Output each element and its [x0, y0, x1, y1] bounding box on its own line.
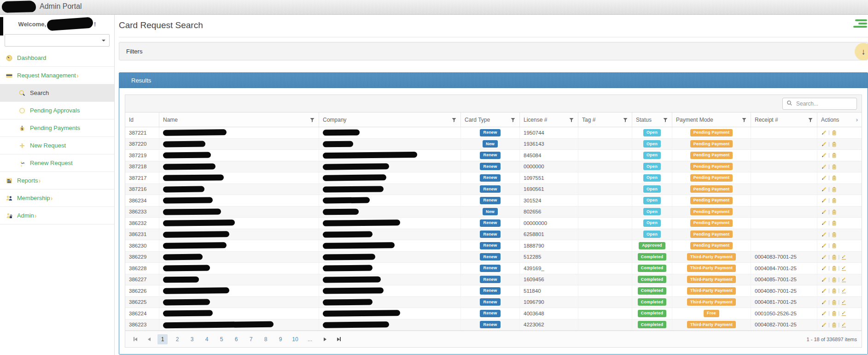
cell-tag	[578, 184, 632, 195]
filter-icon[interactable]	[569, 117, 574, 123]
menu-toggle-icon[interactable]	[853, 19, 867, 29]
sidebar-item-dashboard[interactable]: Dashboard	[0, 49, 114, 67]
edit-icon[interactable]	[821, 310, 827, 316]
column-header-status[interactable]: Status	[632, 112, 672, 127]
page-button-1[interactable]: 1	[157, 334, 168, 344]
edit-icon[interactable]	[821, 231, 827, 237]
column-header-company[interactable]: Company	[319, 112, 461, 127]
page-button-4[interactable]: 4	[202, 334, 212, 344]
edit-icon[interactable]	[821, 277, 827, 283]
delete-icon[interactable]	[831, 265, 837, 271]
sidebar-item-label: Membership	[17, 195, 50, 201]
next-page-button[interactable]	[320, 334, 331, 344]
page-button-3[interactable]: 3	[187, 334, 197, 344]
edit-icon[interactable]	[821, 130, 827, 136]
page-button-6[interactable]: 6	[231, 334, 241, 344]
delete-icon[interactable]	[831, 186, 837, 192]
edit-icon[interactable]	[821, 322, 827, 328]
sign-icon[interactable]	[841, 265, 847, 271]
sign-icon[interactable]	[841, 288, 847, 294]
column-header-name[interactable]: Name	[159, 112, 319, 127]
delete-icon[interactable]	[831, 288, 837, 294]
sidebar-item-request-management[interactable]: Request Management›	[0, 67, 114, 84]
delete-icon[interactable]	[831, 141, 837, 147]
card-type-badge: Renew	[480, 163, 500, 170]
delete-icon[interactable]	[831, 164, 837, 170]
cell-tag	[578, 195, 632, 206]
edit-icon[interactable]	[821, 243, 827, 248]
filter-icon[interactable]	[451, 117, 457, 123]
cell-card-type: Renew	[461, 320, 520, 331]
sidebar-item-pending-approvals[interactable]: Pending Approvals	[0, 102, 114, 119]
delete-icon[interactable]	[831, 322, 837, 328]
delete-icon[interactable]	[831, 175, 837, 181]
sign-icon[interactable]	[841, 277, 847, 283]
edit-icon[interactable]	[821, 186, 827, 192]
page-button-7[interactable]: 7	[246, 334, 256, 344]
column-header-id[interactable]: Id	[125, 112, 159, 127]
sidebar-dropdown[interactable]	[5, 34, 110, 47]
sidebar-item-membership[interactable]: Membership›	[0, 189, 114, 207]
delete-icon[interactable]	[831, 277, 837, 283]
edit-icon[interactable]	[821, 141, 827, 147]
filter-icon[interactable]	[808, 117, 813, 123]
page-ellipsis[interactable]: ...	[305, 334, 315, 344]
delete-icon[interactable]	[831, 152, 837, 158]
edit-icon[interactable]	[821, 288, 827, 294]
edit-icon[interactable]	[821, 152, 827, 158]
cell-company	[319, 172, 461, 183]
column-header-actions[interactable]: Actions›	[817, 112, 862, 127]
filter-icon[interactable]	[623, 117, 628, 123]
delete-icon[interactable]	[831, 243, 837, 248]
card-type-badge: Renew	[480, 287, 500, 295]
column-header-payment[interactable]: Payment Mode	[672, 112, 751, 127]
edit-icon[interactable]	[821, 265, 827, 271]
sign-icon[interactable]	[841, 299, 847, 305]
previous-page-button[interactable]	[144, 334, 155, 344]
delete-icon[interactable]	[831, 254, 837, 260]
sidebar-item-reports[interactable]: Reports›	[0, 172, 114, 189]
edit-icon[interactable]	[821, 175, 827, 181]
filter-icon[interactable]	[309, 117, 315, 123]
edit-icon[interactable]	[821, 197, 827, 203]
first-page-button[interactable]	[130, 334, 141, 344]
page-button-9[interactable]: 9	[275, 334, 285, 344]
edit-icon[interactable]	[821, 299, 827, 305]
filter-icon[interactable]	[663, 117, 668, 123]
page-button-8[interactable]: 8	[261, 334, 271, 344]
edit-icon[interactable]	[821, 220, 827, 226]
delete-icon[interactable]	[831, 197, 837, 203]
column-header-card[interactable]: Card Type	[461, 112, 520, 127]
filter-icon[interactable]	[510, 117, 516, 123]
page-button-5[interactable]: 5	[216, 334, 227, 344]
filter-icon[interactable]	[741, 117, 747, 123]
grid-search[interactable]	[782, 98, 857, 110]
page-button-10[interactable]: 10	[290, 334, 300, 344]
delete-icon[interactable]	[831, 310, 837, 316]
delete-icon[interactable]	[831, 220, 837, 226]
column-header-receipt[interactable]: Receipt #	[751, 112, 817, 127]
delete-icon[interactable]	[831, 209, 837, 215]
column-header-license[interactable]: License #	[520, 112, 578, 127]
cell-status: Open	[632, 184, 672, 195]
edit-icon[interactable]	[821, 209, 827, 215]
edit-icon[interactable]	[821, 164, 827, 170]
sign-icon[interactable]	[841, 310, 847, 316]
edit-icon[interactable]	[821, 254, 827, 260]
sign-icon[interactable]	[841, 254, 847, 260]
sidebar-item-search[interactable]: Search	[0, 84, 114, 102]
sidebar-item-new-request[interactable]: New Request	[0, 137, 114, 154]
column-header-tag[interactable]: Tag #	[578, 112, 632, 127]
sign-icon[interactable]	[841, 322, 847, 328]
delete-icon[interactable]	[831, 231, 837, 237]
delete-icon[interactable]	[831, 299, 837, 305]
page-button-2[interactable]: 2	[172, 334, 182, 344]
sidebar-item-renew-request[interactable]: Renew Request	[0, 154, 114, 172]
filters-expand-button[interactable]: ↓	[855, 43, 868, 60]
last-page-button[interactable]	[333, 334, 344, 344]
cell-name	[159, 150, 319, 161]
sidebar-item-pending-payments[interactable]: $Pending Payments	[0, 119, 114, 137]
delete-icon[interactable]	[831, 130, 837, 136]
sidebar-item-admin[interactable]: Admin›	[0, 207, 114, 225]
search-input[interactable]	[796, 101, 849, 107]
